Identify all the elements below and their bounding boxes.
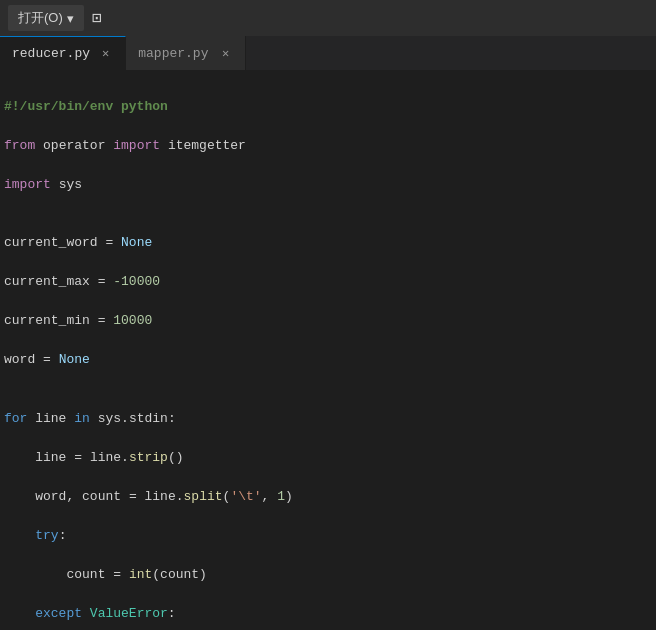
- open-button[interactable]: 打开(O) ▾: [8, 5, 84, 31]
- chevron-down-icon: ▾: [67, 11, 74, 26]
- editor[interactable]: #!/usr/bin/env python from operator impo…: [0, 71, 656, 630]
- tab-mapper-label: mapper.py: [138, 46, 208, 61]
- tab-reducer-label: reducer.py: [12, 46, 90, 61]
- tab-reducer-close[interactable]: ✕: [98, 44, 113, 63]
- tab-bar: reducer.py ✕ mapper.py ✕: [0, 36, 656, 71]
- tab-mapper-close[interactable]: ✕: [218, 44, 233, 63]
- toolbar: 打开(O) ▾ ⊡: [0, 0, 656, 36]
- pin-icon[interactable]: ⊡: [92, 8, 102, 28]
- tab-mapper[interactable]: mapper.py ✕: [126, 36, 246, 70]
- open-label: 打开(O): [18, 9, 63, 27]
- tab-reducer[interactable]: reducer.py ✕: [0, 36, 126, 70]
